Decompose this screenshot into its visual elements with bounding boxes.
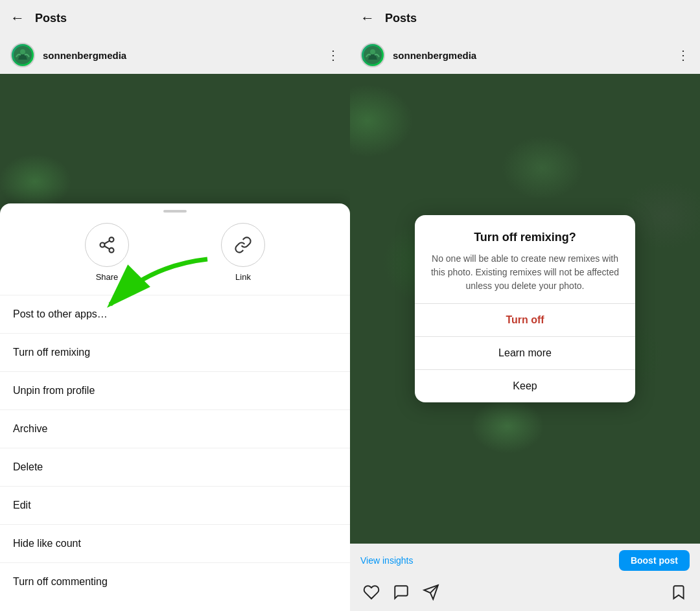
right-action-icons	[350, 577, 700, 611]
sheet-divider-top	[0, 295, 350, 295]
left-bottom-sheet: Share Link Post to other apps… Turn off …	[0, 203, 350, 611]
right-header: ← Posts	[350, 0, 700, 36]
right-more-options[interactable]: ⋮	[677, 47, 690, 63]
menu-item-edit[interactable]: Edit	[0, 489, 350, 522]
menu-item-turn-off-remixing[interactable]: Turn off remixing	[0, 336, 350, 369]
turn-off-remixing-dialog: Turn off remixing? No one will be able t…	[415, 215, 635, 402]
divider-1	[0, 333, 350, 334]
view-insights-link[interactable]: View insights	[360, 555, 413, 566]
svg-point-3	[100, 243, 105, 248]
menu-item-hide-like[interactable]: Hide like count	[0, 527, 350, 560]
dialog-description: No one will be able to create new remixe…	[430, 252, 620, 293]
right-header-title: Posts	[385, 12, 690, 25]
dialog-title: Turn off remixing?	[430, 231, 620, 244]
left-profile-row: sonnenbergmedia ⋮	[0, 36, 350, 74]
svg-point-9	[370, 49, 375, 54]
divider-7	[0, 562, 350, 563]
link-label: Link	[235, 272, 251, 282]
right-post-image: Turn off remixing? No one will be able t…	[350, 74, 700, 544]
keep-button[interactable]: Keep	[415, 370, 635, 402]
bookmark-icon[interactable]	[670, 584, 687, 605]
left-header: ← Posts	[0, 0, 350, 36]
right-bottom-bar: View insights Boost post	[350, 544, 700, 577]
menu-item-unpin[interactable]: Unpin from profile	[0, 375, 350, 407]
left-action-icons	[363, 584, 439, 605]
divider-2	[0, 371, 350, 372]
divider-6	[0, 524, 350, 525]
dialog-overlay: Turn off remixing? No one will be able t…	[350, 74, 700, 544]
menu-item-turn-off-commenting[interactable]: Turn off commenting	[0, 566, 350, 598]
svg-line-5	[104, 246, 110, 249]
left-username: sonnenbergmedia	[43, 50, 319, 61]
turn-off-button[interactable]: Turn off	[415, 304, 635, 336]
left-avatar	[10, 43, 35, 67]
divider-3	[0, 409, 350, 410]
menu-item-archive[interactable]: Archive	[0, 413, 350, 445]
link-icon	[221, 223, 265, 267]
share-icon	[85, 223, 129, 267]
menu-item-delete[interactable]: Delete	[0, 451, 350, 483]
svg-point-4	[110, 248, 114, 253]
comment-icon[interactable]	[393, 584, 410, 605]
left-more-options[interactable]: ⋮	[327, 47, 340, 63]
right-username: sonnenbergmedia	[393, 50, 669, 61]
share-icons-row: Share Link	[0, 223, 350, 292]
share-label: Share	[96, 272, 119, 282]
svg-point-2	[110, 237, 114, 242]
like-icon[interactable]	[363, 584, 380, 605]
boost-post-button[interactable]: Boost post	[619, 550, 690, 571]
left-back-button[interactable]: ←	[10, 10, 25, 27]
svg-point-1	[20, 49, 25, 54]
right-profile-row: sonnenbergmedia ⋮	[350, 36, 700, 74]
menu-item-post-to-other[interactable]: Post to other apps…	[0, 298, 350, 330]
link-button[interactable]: Link	[221, 223, 265, 282]
divider-4	[0, 448, 350, 448]
right-back-button[interactable]: ←	[360, 10, 375, 27]
right-avatar	[360, 43, 385, 67]
share-button[interactable]: Share	[85, 223, 129, 282]
divider-5	[0, 486, 350, 487]
svg-line-6	[104, 241, 110, 244]
sheet-handle	[163, 210, 187, 213]
send-icon[interactable]	[423, 584, 439, 605]
left-header-title: Posts	[35, 12, 340, 25]
left-panel: ← Posts sonnenbergmedia ⋮	[0, 0, 350, 611]
right-panel: ← Posts sonnenbergmedia ⋮ Turn off remix…	[350, 0, 700, 611]
dialog-body: Turn off remixing? No one will be able t…	[415, 215, 635, 303]
learn-more-button[interactable]: Learn more	[415, 337, 635, 369]
